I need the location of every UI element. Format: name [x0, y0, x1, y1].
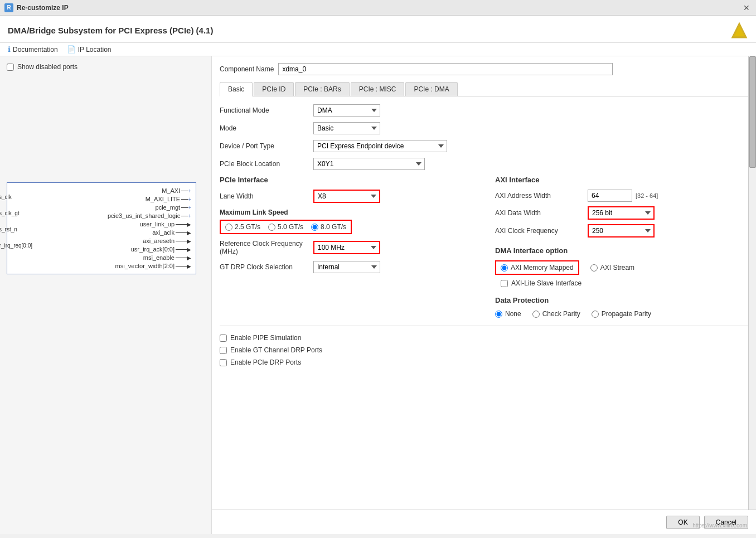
tab-pcie-bars[interactable]: PCIe : BARs [295, 82, 349, 96]
axi-addr-width-label: AXI Address Width [495, 192, 584, 200]
signal-msi-enable: msi_enable ▶ [143, 254, 191, 261]
ref-clock-freq-label: Reference Clock Frequency (MHz) [220, 240, 309, 255]
functional-mode-label: Functional Mode [220, 106, 309, 114]
data-protection-title: Data Protection [495, 296, 748, 304]
tab-basic[interactable]: Basic [220, 82, 253, 96]
tabs: Basic PCIe ID PCIe : BARs PCIe : MISC PC… [220, 82, 748, 96]
axi-stream-label: AXI Stream [590, 264, 634, 272]
axi-interface-section: AXI Interface AXI Address Width [32 - 64… [495, 176, 748, 318]
axi-lite-slave-checkbox[interactable] [501, 280, 508, 287]
file-icon: 📄 [67, 45, 76, 54]
extra-checkboxes: Enable PIPE Simulation Enable GT Channel… [220, 334, 748, 366]
speed-5-0-label: 5.0 GT/s [268, 223, 303, 231]
gt-drp-clock-select[interactable]: Internal External [313, 261, 380, 273]
show-disabled-checkbox[interactable] [7, 64, 14, 71]
speed-2-5-label: 2.5 GT/s [225, 223, 260, 231]
enable-pipe-label: Enable PIPE Simulation [230, 334, 301, 342]
lane-width-select[interactable]: X1 X2 X4 X8 [313, 190, 380, 203]
pci-block-location-select[interactable]: X0Y1 X0Y2 [313, 158, 425, 170]
nav-ip-location-label: IP Location [78, 46, 112, 54]
component-name-label: Component Name [220, 65, 274, 73]
ref-clock-freq-row: Reference Clock Frequency (MHz) 100 MHz … [220, 240, 473, 255]
prot-propagate-label: Propagate Parity [592, 310, 651, 318]
enable-pcie-drp-row: Enable PCIe DRP Ports [220, 358, 748, 366]
scroll-track[interactable] [748, 56, 756, 510]
device-port-type-label: Device / Port Type [220, 142, 309, 150]
nav-ip-location[interactable]: 📄 IP Location [67, 45, 112, 54]
component-name-input[interactable] [278, 63, 613, 75]
axi-clock-freq-select[interactable]: 125 250 500 [588, 224, 655, 238]
tab-pcie-dma[interactable]: PCIe : DMA [405, 82, 457, 96]
axi-data-width-row: AXI Data Width 64 bit 128 bit 256 bit [495, 206, 748, 220]
axi-addr-width-hint: [32 - 64] [636, 192, 658, 199]
mode-row: Mode Basic Advanced [220, 122, 748, 134]
basic-tab-content: Functional Mode DMA AXI Bridge Mode Basi… [220, 104, 748, 366]
device-port-type-select[interactable]: PCI Express Endpoint device PCI Express … [313, 140, 447, 152]
prot-check-radio[interactable] [532, 311, 540, 318]
title-bar-title: Re-customize IP [17, 4, 69, 12]
axi-interface-title: AXI Interface [495, 176, 748, 184]
protection-radio-row: None Check Parity Propagate Parity [495, 310, 748, 318]
enable-gt-checkbox[interactable] [220, 347, 227, 354]
axi-lite-slave-row: AXI-Lite Slave Interface [501, 279, 748, 287]
axi-mm-text: AXI Memory Mapped [511, 264, 574, 272]
axi-stream-radio[interactable] [590, 264, 598, 272]
axi-mm-label: AXI Memory Mapped [495, 260, 579, 275]
axi-addr-width-row: AXI Address Width [32 - 64] [495, 190, 748, 202]
prot-none-radio[interactable] [495, 311, 502, 318]
show-disabled-label: Show disabled ports [17, 63, 77, 71]
dma-interface-section: DMA Interface option AXI Memory Mapped A… [495, 246, 748, 287]
pci-block-location-row: PCIe Block Location X0Y1 X0Y2 [220, 158, 748, 170]
speed-8-0-radio[interactable] [311, 224, 318, 231]
axi-data-width-select[interactable]: 64 bit 128 bit 256 bit [588, 206, 655, 220]
enable-pcie-drp-checkbox[interactable] [220, 359, 227, 366]
enable-pcie-drp-label: Enable PCIe DRP Ports [230, 358, 301, 366]
main-content: Show disabled ports M_AXI + M_AXI_LITE [0, 56, 756, 534]
prot-propagate-text: Propagate Parity [602, 310, 651, 318]
signal-m-axi-lite: M_AXI_LITE + [146, 196, 191, 202]
pcie-interface-title: PCIe Interface [220, 176, 473, 184]
enable-gt-row: Enable GT Channel DRP Ports [220, 346, 748, 354]
enable-pipe-checkbox[interactable] [220, 335, 227, 342]
xilinx-logo [730, 21, 748, 39]
ref-clock-freq-select[interactable]: 100 MHz 250 MHz [313, 241, 380, 254]
functional-mode-select[interactable]: DMA AXI Bridge [313, 104, 380, 117]
nav-bar: ℹ Documentation 📄 IP Location [0, 43, 756, 56]
tab-pcie-misc[interactable]: PCIe : MISC [351, 82, 405, 96]
divider [220, 326, 748, 326]
signal-axi-aclk: axi_aclk ▶ [152, 229, 191, 236]
signal-axi-aresetn: axi_aresetn ▶ [143, 238, 191, 244]
signal-sys-clk: ◀ sys_clk [0, 193, 32, 201]
axi-mm-radio[interactable] [501, 264, 508, 272]
right-panel: Component Name Basic PCIe ID PCIe : BARs… [212, 56, 756, 534]
app-icon: R [4, 3, 13, 12]
enable-pipe-row: Enable PIPE Simulation [220, 334, 748, 342]
close-button[interactable]: ✕ [742, 3, 752, 13]
speed-5-0-radio[interactable] [268, 224, 275, 231]
speed-8-0-label: 8.0 GT/s [311, 223, 346, 231]
scroll-thumb[interactable] [749, 56, 756, 168]
prot-propagate-radio[interactable] [592, 311, 599, 318]
schematic-box: M_AXI + M_AXI_LITE + pcie_mgt + [7, 182, 196, 274]
axi-addr-width-input[interactable] [588, 190, 632, 202]
component-name-row: Component Name [220, 63, 748, 75]
signal-msi-vector: msi_vector_width[2:0] ▶ [115, 263, 191, 269]
speed-2-5-radio[interactable] [225, 224, 232, 231]
signal-pcie-mgt: pcie_mgt + [156, 204, 191, 211]
lane-width-row: Lane Width X1 X2 X4 X8 [220, 190, 473, 203]
pci-block-location-label: PCIe Block Location [220, 160, 309, 168]
signal-m-axi: M_AXI + [162, 187, 191, 194]
enable-gt-label: Enable GT Channel DRP Ports [230, 346, 322, 354]
title-bar: R Re-customize IP ✕ [0, 0, 756, 16]
two-col-section: PCIe Interface Lane Width X1 X2 X4 X8 [220, 176, 748, 318]
tab-pcie-id[interactable]: PCIe ID [254, 82, 294, 96]
mode-select[interactable]: Basic Advanced [313, 122, 380, 134]
nav-documentation[interactable]: ℹ Documentation [8, 45, 58, 54]
bottom-bar: https://www.xilinx.com OK Cancel [212, 510, 756, 534]
prot-none-text: None [505, 310, 521, 318]
signal-sys-rst-n: ◀ sys_rst_n [0, 226, 32, 233]
speed-radio-group: 2.5 GT/s 5.0 GT/s 8.0 GT/s [220, 220, 352, 234]
gt-drp-clock-row: GT DRP Clock Selection Internal External [220, 261, 473, 273]
prot-none-label: None [495, 310, 521, 318]
device-port-type-row: Device / Port Type PCI Express Endpoint … [220, 140, 748, 152]
